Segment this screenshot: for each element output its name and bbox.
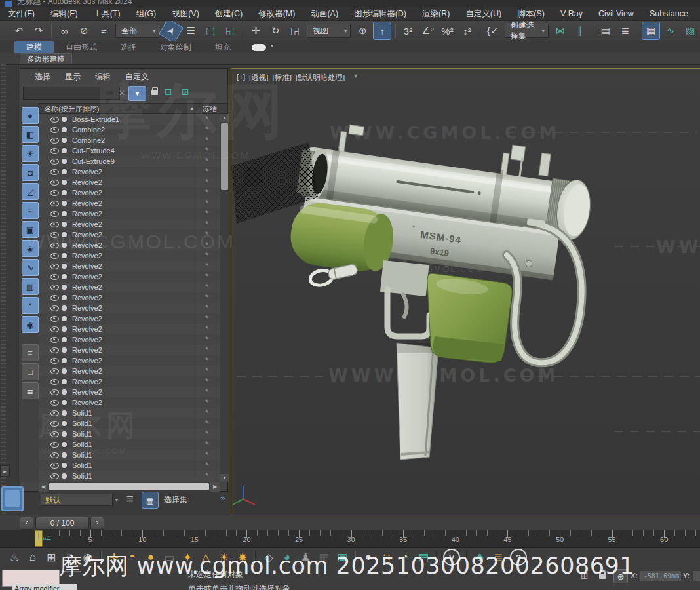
workspace-button[interactable] — [1, 486, 24, 511]
table-row[interactable]: Revolve2* — [39, 208, 220, 219]
table-row[interactable]: Solid1* — [39, 460, 220, 471]
table-row[interactable]: Revolve2* — [39, 366, 220, 376]
eye-icon[interactable] — [50, 473, 59, 479]
eye-icon[interactable] — [50, 347, 59, 353]
freeze-icon[interactable]: * — [205, 198, 208, 208]
list-view-button[interactable]: ≡ — [22, 344, 39, 361]
menu-item[interactable]: Civil View — [591, 7, 642, 20]
freeze-icon[interactable]: * — [205, 261, 208, 271]
freeze-icon[interactable]: * — [205, 418, 208, 428]
eye-icon[interactable] — [50, 180, 59, 186]
display-geometry-button[interactable]: ● — [22, 107, 39, 124]
undo-icon[interactable]: ↶ — [10, 22, 28, 40]
freeze-icon[interactable]: * — [205, 439, 208, 449]
horizontal-scrollbar[interactable]: ◀ ▶ — [39, 482, 220, 492]
menu-item[interactable]: 脚本(S) — [509, 7, 553, 20]
freeze-icon[interactable]: * — [205, 387, 208, 397]
menu-item[interactable]: 图形编辑器(D) — [346, 7, 414, 20]
freeze-icon[interactable]: * — [205, 292, 208, 302]
display-spacewarps-button[interactable]: ≈ — [22, 202, 39, 219]
scale-button[interactable]: ◲ — [286, 22, 304, 40]
display-lights-button[interactable]: ☀ — [22, 145, 39, 162]
command-panel-toggle-button[interactable]: ▦ — [642, 22, 660, 40]
table-row[interactable]: Revolve2* — [39, 219, 220, 229]
unlink-selection-icon[interactable]: ⊘ — [75, 22, 93, 40]
hscroll-thumb[interactable] — [49, 483, 209, 490]
rotate-button[interactable]: ↻ — [266, 22, 284, 40]
perspective-viewport[interactable]: [+][透视][标准][默认明暗处理]▼ WWW.CGMOL.COM WWW 摩… — [231, 68, 700, 515]
eye-icon[interactable] — [50, 337, 59, 343]
table-row[interactable]: Revolve2* — [39, 313, 220, 324]
ribbon-tab-4[interactable]: 对象绘制 — [148, 41, 203, 53]
ribbon-tab-5[interactable]: 填充 — [203, 41, 243, 53]
freeze-icon[interactable]: * — [205, 408, 208, 418]
menu-item[interactable]: 修改器(M) — [250, 7, 303, 20]
spinner-snap-button[interactable]: ↕² — [458, 22, 476, 40]
ref-coordinate-dropdown[interactable]: 视图▾ — [307, 24, 351, 38]
eye-icon[interactable] — [50, 190, 59, 196]
eye-icon[interactable] — [50, 400, 59, 406]
scroll-down-icon[interactable]: ▼ — [220, 474, 229, 482]
eye-icon[interactable] — [50, 389, 59, 395]
use-pivot-center-button[interactable]: ⊕ — [353, 22, 372, 40]
table-row[interactable]: Revolve2* — [39, 187, 220, 198]
scroll-right-icon[interactable]: ▶ — [210, 482, 220, 492]
display-helpers-button[interactable]: ◿ — [22, 183, 39, 200]
table-row[interactable]: Solid1* — [39, 471, 220, 481]
freeze-icon[interactable]: * — [205, 450, 208, 460]
menu-item[interactable]: 编辑(E) — [43, 7, 86, 20]
ribbon-tab-3[interactable]: 选择 — [109, 41, 148, 53]
eye-icon[interactable] — [50, 127, 59, 133]
table-row[interactable]: Revolve2* — [39, 177, 220, 187]
table-row[interactable]: Revolve2* — [39, 387, 220, 397]
freeze-icon[interactable]: * — [205, 460, 208, 470]
display-hidden-button[interactable]: ◉ — [22, 316, 39, 333]
freeze-icon[interactable]: * — [205, 282, 208, 292]
redo-icon[interactable]: ↷ — [29, 22, 48, 40]
menu-item[interactable]: 工具(T) — [86, 7, 128, 20]
display-containers-button[interactable]: ▥ — [22, 278, 39, 295]
eye-icon[interactable] — [50, 264, 59, 269]
table-row[interactable]: Revolve2* — [39, 292, 220, 303]
eye-icon[interactable] — [50, 159, 59, 165]
display-bones-button[interactable]: ∿ — [22, 259, 39, 276]
bind-to-spacewarp-icon[interactable]: ≈ — [94, 22, 113, 40]
named-selection-dropdown[interactable]: 创建选择集▾ — [505, 24, 549, 38]
move-button[interactable]: ✛ — [246, 22, 265, 40]
display-frozen-button[interactable]: * — [22, 297, 39, 314]
scroll-left-icon[interactable]: ◀ — [39, 482, 48, 492]
freeze-icon[interactable]: * — [205, 345, 208, 355]
next-frame-button[interactable]: › — [90, 517, 104, 530]
frame-counter[interactable]: 0 / 100 — [35, 517, 89, 530]
freeze-icon[interactable]: * — [205, 208, 208, 218]
freeze-icon[interactable]: * — [205, 355, 208, 365]
snap-toggle-3d-button[interactable]: 3² — [399, 22, 418, 40]
menu-item[interactable]: 视图(V) — [164, 7, 207, 20]
menu-item[interactable]: V-Ray — [553, 7, 591, 20]
explorer-menu-item[interactable]: 选择 — [35, 71, 50, 83]
eye-icon[interactable] — [50, 379, 59, 385]
overflow-chevron[interactable]: » — [220, 493, 225, 503]
previous-frame-button[interactable]: ‹ — [20, 517, 33, 530]
angle-snap-button[interactable]: ∠² — [419, 22, 437, 40]
scene-state-button[interactable]: ≣ — [616, 22, 634, 40]
eye-icon[interactable] — [50, 253, 59, 259]
table-row[interactable]: Revolve2* — [39, 271, 220, 282]
eye-icon[interactable] — [50, 211, 59, 217]
menu-item[interactable]: 渲染(R) — [414, 7, 457, 20]
table-row[interactable]: Revolve2* — [39, 376, 220, 387]
crossing-selection-button[interactable]: ◱ — [221, 22, 239, 40]
freeze-icon[interactable]: * — [205, 366, 208, 376]
teapot-icon[interactable]: ♨ — [5, 549, 24, 566]
eye-icon[interactable] — [50, 285, 59, 290]
display-shapes-button[interactable]: ◧ — [22, 126, 39, 143]
eye-icon[interactable] — [50, 138, 59, 144]
freeze-icon[interactable]: * — [205, 187, 208, 197]
freeze-icon[interactable]: * — [205, 313, 208, 323]
window-icon[interactable]: ⊞ — [42, 549, 60, 566]
menu-item[interactable]: Substance — [642, 7, 696, 20]
table-row[interactable]: Revolve2* — [39, 198, 220, 208]
table-row[interactable]: Revolve2* — [39, 334, 220, 345]
layers-icon[interactable]: ≣ — [126, 493, 134, 505]
eye-icon[interactable] — [50, 368, 59, 374]
